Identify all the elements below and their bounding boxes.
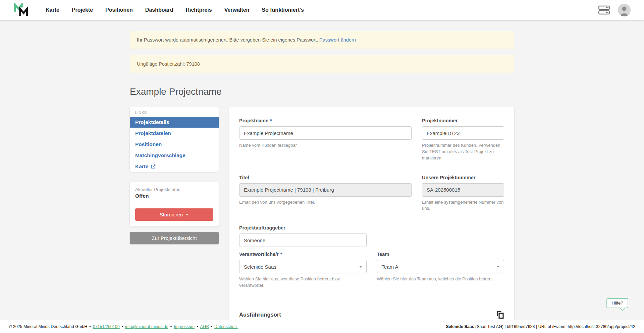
sidebar-item-label: Positionen <box>135 141 162 147</box>
required-marker: * <box>270 118 272 123</box>
status-divider <box>135 203 213 203</box>
nav-item-karte[interactable]: Karte <box>46 7 59 13</box>
nav-item-verwalten[interactable]: Verwalten <box>224 7 250 13</box>
nav-item-projekte[interactable]: Projekte <box>72 7 93 13</box>
verantwortliche-select[interactable]: Selenide Saas <box>239 260 367 273</box>
field-helper: Wählen Sie hier aus, wer diese Position … <box>239 276 367 289</box>
field-label: Titel <box>239 175 249 180</box>
team-select-value: Team A <box>382 264 398 270</box>
session-details: (Saas Test AG) | b91695ed7623 | URL of i… <box>474 324 635 329</box>
external-link-icon <box>151 164 156 169</box>
field-projektauftraggeber: Projektauftraggeber <box>239 225 367 247</box>
field-helper: Erhält eine systemgenerierte Nummer von … <box>422 199 504 212</box>
field-label: Unsere Projektnummer <box>422 175 476 180</box>
session-user: Selenide Saas <box>446 324 474 329</box>
separator-dot: • <box>122 324 123 329</box>
top-navbar: Karte Projekte Positionen Dashboard Rich… <box>0 0 644 20</box>
project-status-card: Aktueller Projektstatus: Offen Storniere… <box>130 182 219 226</box>
titel-input <box>239 183 412 197</box>
sidebar-item-label: Projektdateien <box>135 130 171 136</box>
status-value: Offen <box>135 193 213 199</box>
status-label: Aktueller Projektstatus: <box>135 187 213 192</box>
user-avatar-icon[interactable] <box>618 4 631 16</box>
separator-dot: • <box>89 324 91 329</box>
copy-address-button[interactable] <box>496 311 504 319</box>
stornieren-button[interactable]: Stornieren <box>135 208 213 221</box>
server-stack-icon[interactable] <box>598 5 610 15</box>
change-password-link[interactable]: Passwort ändern <box>319 37 356 43</box>
sidebar-item-label: Matchingvorschläge <box>135 152 185 158</box>
projektauftraggeber-input[interactable] <box>239 234 367 247</box>
unsere-projektnummer-input <box>422 183 504 197</box>
copy-icon <box>496 311 504 319</box>
footer-phone-link[interactable]: 07151/250100 <box>93 324 120 329</box>
sidebar-item-label: Karte <box>135 163 149 170</box>
sidebar-item-label: Projektdetails <box>135 119 169 125</box>
separator-dot: • <box>197 324 198 329</box>
sidebar-item-positionen[interactable]: Positionen <box>130 139 219 150</box>
field-label: Team <box>377 252 389 257</box>
overview-button-label: Zur Projektübersicht <box>152 235 197 241</box>
separator-dot: • <box>211 324 212 329</box>
sidebar-item-projektdateien[interactable]: Projektdateien <box>130 128 219 139</box>
links-card-header: LINKS <box>130 107 219 117</box>
footer-datenschutz-link[interactable]: Datenschutz <box>214 324 237 329</box>
main-nav: Karte Projekte Positionen Dashboard Rich… <box>46 7 304 13</box>
page-title: Example Projectname <box>130 86 514 97</box>
sidebar-item-karte[interactable]: Karte <box>130 161 219 172</box>
field-label: Projektnummer <box>422 118 458 123</box>
session-info: Selenide Saas (Saas Test AG) | b91695ed7… <box>446 324 635 329</box>
title-divider <box>130 102 514 102</box>
verantwortliche-select-value: Selenide Saas <box>244 264 276 270</box>
project-details-form: Projektname* Name vom Kunden festlegbar … <box>229 107 514 333</box>
field-team: Team Team A Wählen Sie hier das Team aus… <box>377 252 504 289</box>
password-warning-banner: Ihr Passwort wurde automatisch generiert… <box>130 31 514 49</box>
footer-agb-link[interactable]: AGB <box>200 324 209 329</box>
nav-item-dashboard[interactable]: Dashboard <box>145 7 173 13</box>
invalid-postcode-banner: Ungültige Postleitzahl: 79108 <box>130 55 514 73</box>
separator-dot: • <box>170 324 172 329</box>
hilfe-button-label: Hilfe? <box>611 301 623 306</box>
chevron-down-icon <box>359 266 362 268</box>
sidebar-item-projektdetails[interactable]: Projektdetails <box>130 117 219 128</box>
mineral-minds-logo-icon[interactable] <box>13 3 29 17</box>
footer-email-link[interactable]: info@mineral-minds.de <box>125 324 168 329</box>
links-card: LINKS Projektdetails Projektdateien Posi… <box>130 107 219 172</box>
field-label: Projektauftraggeber <box>239 225 285 230</box>
field-verantwortliche: Verantwortliche/r* Selenide Saas Wählen … <box>239 252 367 289</box>
field-helper: Name vom Kunden festlegbar <box>239 142 412 149</box>
invalid-postcode-text: Ungültige Postleitzahl: 79108 <box>137 61 200 67</box>
password-warning-text: Ihr Passwort wurde automatisch generiert… <box>137 37 318 43</box>
nav-item-so-funktionierts[interactable]: So funktioniert's <box>262 7 304 13</box>
required-marker: * <box>280 252 282 257</box>
nav-item-richtpreis[interactable]: Richtpreis <box>185 7 212 13</box>
chevron-down-icon <box>185 214 189 215</box>
hilfe-button[interactable]: Hilfe? <box>606 298 628 308</box>
field-label: Verantwortliche/r <box>239 252 279 257</box>
field-unsere-projektnummer: Unsere Projektnummer Erhält eine systemg… <box>422 175 504 212</box>
field-helper: Erhält den von uns vorgegebenen Titel. <box>239 199 412 206</box>
field-helper: Wählen Sie hier das Team aus, welches di… <box>377 276 504 282</box>
nav-item-positionen[interactable]: Positionen <box>105 7 133 13</box>
field-projektname: Projektname* Name vom Kunden festlegbar <box>239 118 412 161</box>
field-label: Projektname <box>239 118 268 123</box>
copyright-text: © 2025 Mineral Minds Deutschland GmbH <box>9 324 87 329</box>
ausfuehrungsort-section-title: Ausführungsort <box>239 312 281 318</box>
zur-projektuebersicht-button[interactable]: Zur Projektübersicht <box>130 232 219 244</box>
footer-impressum-link[interactable]: Impressum <box>174 324 195 329</box>
field-projektnummer: Projektnummer Projektnummer des Kunden. … <box>422 118 504 161</box>
sidebar-item-matchingvorschlaege[interactable]: Matchingvorschläge <box>130 150 219 161</box>
team-select[interactable]: Team A <box>377 260 504 273</box>
stornieren-button-label: Stornieren <box>160 212 183 217</box>
chevron-down-icon <box>497 266 499 268</box>
projektnummer-input[interactable] <box>422 126 504 140</box>
field-helper: Projektnummer des Kunden. Verwenden Sie … <box>422 142 504 161</box>
field-titel: Titel Erhält den von uns vorgegebenen Ti… <box>239 175 412 212</box>
page-footer: © 2025 Mineral Minds Deutschland GmbH • … <box>0 320 644 333</box>
projektname-input[interactable] <box>239 126 412 140</box>
